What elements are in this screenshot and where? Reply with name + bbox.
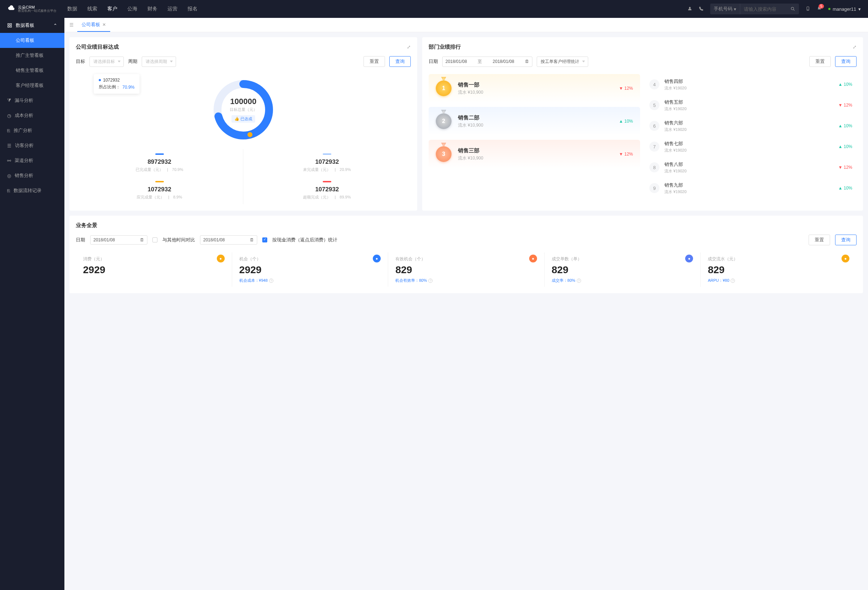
reset-button[interactable]: 重置 bbox=[363, 56, 385, 67]
sidebar-sub-item[interactable]: 推广主管看板 bbox=[0, 48, 64, 63]
period-select[interactable]: 请选择周期 bbox=[142, 56, 176, 67]
rank-number: 5 bbox=[650, 100, 660, 110]
percent-change: ▲ 10% bbox=[838, 185, 852, 191]
reset-button[interactable]: 重置 bbox=[809, 56, 831, 67]
date-range-picker[interactable]: 2018/01/08 至 2018/01/08 🗓 bbox=[442, 56, 532, 67]
help-icon[interactable]: ? bbox=[269, 278, 273, 283]
tab-company-board[interactable]: 公司看板 ✕ bbox=[77, 18, 110, 32]
search-box: 手机号码 ▾ bbox=[710, 4, 799, 14]
search-type-select[interactable]: 手机号码 ▾ bbox=[710, 4, 740, 14]
sidebar-item[interactable]: ⎘推广分析 bbox=[0, 123, 64, 138]
sidebar-item[interactable]: ☰访客分析 bbox=[0, 138, 64, 153]
bar-icon bbox=[323, 153, 331, 155]
target-label: 目标 bbox=[76, 58, 85, 65]
metric: 1072932 未完成量（元） | 20.9% bbox=[243, 149, 411, 177]
chart-tooltip: 1072932 所占比例：70.9% bbox=[94, 74, 140, 94]
help-icon[interactable]: ? bbox=[577, 278, 581, 283]
bar-icon bbox=[155, 153, 164, 155]
user-icon[interactable] bbox=[687, 6, 692, 12]
mode-select[interactable]: 按工单客户经理统计 bbox=[537, 56, 588, 67]
menu-icon: ◎ bbox=[7, 173, 11, 178]
card-overview: 业务全景 日期 2018/01/08 🗓 与其他时间对比 2018/01/08 … bbox=[69, 216, 863, 293]
stat-item: ● 消费（元） 2929 bbox=[76, 252, 232, 287]
svg-point-0 bbox=[689, 7, 691, 9]
stat-item: ● 成交流水（元） 829ARPU：¥80 ? bbox=[701, 252, 856, 287]
reset-button[interactable]: 重置 bbox=[809, 235, 830, 245]
nav-items: 数据线索客户公海财务运营报名 bbox=[67, 6, 198, 12]
nav-item[interactable]: 报名 bbox=[187, 6, 198, 12]
date-picker-1[interactable]: 2018/01/08 🗓 bbox=[90, 235, 148, 244]
card-rank: 部门业绩排行 ⤢ 日期 2018/01/08 至 2018/01/08 🗓 按工… bbox=[422, 37, 863, 210]
close-icon[interactable]: ✕ bbox=[102, 22, 106, 27]
query-button[interactable]: 查询 bbox=[835, 235, 856, 245]
stat-icon: ● bbox=[217, 255, 225, 262]
sidebar-item[interactable]: ⧩漏斗分析 bbox=[0, 93, 64, 108]
dashboard-icon bbox=[7, 23, 12, 28]
percent-change: ▼ 12% bbox=[838, 103, 852, 107]
top-nav: 云朵CRM 教育机构一站式服务云平台 数据线索客户公海财务运营报名 手机号码 ▾… bbox=[0, 0, 868, 18]
stat-item: ● 机会（个） 2929机会成本：¥948 ? bbox=[232, 252, 388, 287]
nav-item[interactable]: 公海 bbox=[127, 6, 137, 12]
nav-item[interactable]: 财务 bbox=[148, 6, 158, 12]
svg-rect-6 bbox=[8, 26, 9, 27]
phone-icon[interactable] bbox=[699, 6, 704, 12]
query-button[interactable]: 查询 bbox=[389, 56, 411, 67]
sidebar-sub-item[interactable]: 公司看板 bbox=[0, 33, 64, 48]
podium-item: 2 销售二部流水 ¥10,900 ▲ 10% bbox=[429, 107, 640, 135]
search-input[interactable] bbox=[740, 4, 787, 14]
sidebar: 数据看板 ⌃ 公司看板推广主管看板销售主管看板客户经理看板 ⧩漏斗分析◷成本分析… bbox=[0, 18, 64, 590]
tab-bar: ☰ 公司看板 ✕ bbox=[64, 18, 868, 32]
metric: 1072932 应完成量（元） | 8.9% bbox=[76, 177, 243, 204]
calendar-icon: 🗓 bbox=[250, 237, 254, 243]
query-button[interactable]: 查询 bbox=[835, 56, 856, 67]
stat-icon: ● bbox=[841, 255, 849, 262]
sidebar-item[interactable]: ◎销售分析 bbox=[0, 168, 64, 183]
bell-icon[interactable]: 5 bbox=[817, 6, 822, 12]
collapse-icon[interactable]: ☰ bbox=[69, 22, 74, 28]
sidebar-sub-item[interactable]: 客户经理看板 bbox=[0, 78, 64, 93]
svg-point-1 bbox=[791, 7, 794, 10]
cash-checkbox[interactable] bbox=[262, 237, 267, 243]
menu-icon: ⧩ bbox=[7, 98, 11, 103]
nav-item[interactable]: 客户 bbox=[107, 6, 117, 12]
expand-icon[interactable]: ⤢ bbox=[853, 44, 856, 50]
target-select[interactable]: 请选择目标 bbox=[89, 56, 124, 67]
sidebar-item[interactable]: ⚯渠道分析 bbox=[0, 153, 64, 168]
nav-item[interactable]: 线索 bbox=[87, 6, 97, 12]
user-menu[interactable]: manager11 ▾ bbox=[828, 6, 861, 12]
nav-item[interactable]: 运营 bbox=[167, 6, 177, 12]
sidebar-group-dashboard[interactable]: 数据看板 ⌃ bbox=[0, 18, 64, 33]
help-icon[interactable]: ? bbox=[731, 278, 735, 283]
menu-icon: ◷ bbox=[7, 113, 11, 118]
logo: 云朵CRM 教育机构一站式服务云平台 bbox=[7, 4, 56, 13]
sidebar-item[interactable]: ⎘数据流转记录 bbox=[0, 183, 64, 198]
rank-item: 6 销售六部流水 ¥19020 ▲ 10% bbox=[645, 115, 856, 136]
svg-rect-7 bbox=[10, 26, 12, 27]
thumbs-up-icon: 👍 bbox=[234, 116, 239, 121]
rank-item: 8 销售八部流水 ¥19020 ▼ 12% bbox=[645, 157, 856, 178]
menu-icon: ⎘ bbox=[7, 128, 10, 133]
rank-number: 6 bbox=[650, 121, 660, 131]
rank-number: 4 bbox=[650, 79, 660, 90]
search-button[interactable] bbox=[787, 4, 799, 14]
sidebar-sub-item[interactable]: 销售主管看板 bbox=[0, 63, 64, 78]
donut-chart: 100000 目标总量（元） 👍 已达成 bbox=[211, 78, 276, 142]
percent-change: ▲ 10% bbox=[838, 144, 852, 149]
mobile-icon[interactable] bbox=[805, 6, 810, 12]
svg-rect-4 bbox=[8, 24, 9, 25]
date-picker-2[interactable]: 2018/01/08 🗓 bbox=[200, 235, 257, 244]
expand-icon[interactable]: ⤢ bbox=[407, 44, 411, 50]
compare-checkbox[interactable] bbox=[152, 237, 158, 243]
rank-item: 5 销售五部流水 ¥19020 ▼ 12% bbox=[645, 95, 856, 115]
help-icon[interactable]: ? bbox=[428, 278, 433, 283]
rank-item: 7 销售七部流水 ¥19020 ▲ 10% bbox=[645, 136, 856, 157]
nav-item[interactable]: 数据 bbox=[67, 6, 77, 12]
date-label: 日期 bbox=[76, 237, 85, 243]
sidebar-item[interactable]: ◷成本分析 bbox=[0, 108, 64, 123]
rank-number: 8 bbox=[650, 162, 660, 172]
percent-change: ▲ 10% bbox=[838, 124, 852, 128]
cash-label: 按现金消费（返点后消费）统计 bbox=[272, 237, 337, 243]
calendar-icon: 🗓 bbox=[525, 59, 529, 64]
menu-icon: ⚯ bbox=[7, 158, 11, 163]
compare-label: 与其他时间对比 bbox=[162, 237, 195, 243]
